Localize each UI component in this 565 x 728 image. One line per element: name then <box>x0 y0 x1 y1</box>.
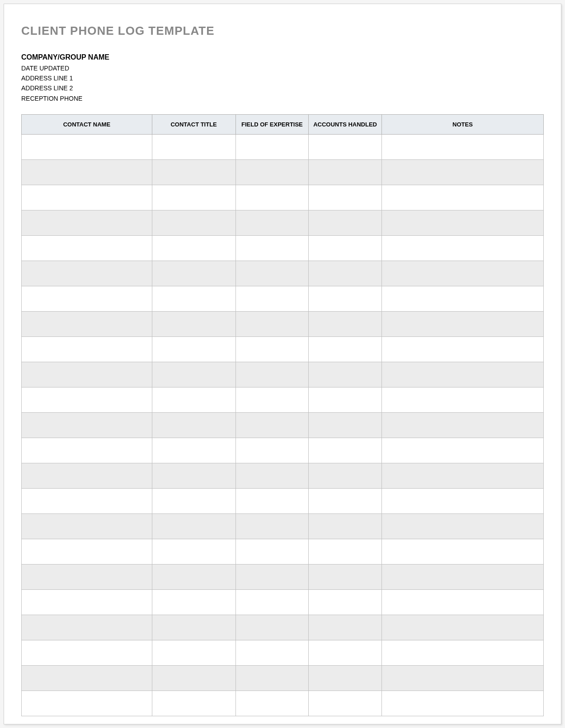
cell-notes[interactable] <box>381 590 543 615</box>
cell-contact-title[interactable] <box>152 261 235 286</box>
cell-notes[interactable] <box>381 539 543 565</box>
cell-accounts-handled[interactable] <box>309 666 382 691</box>
cell-accounts-handled[interactable] <box>309 337 382 362</box>
cell-field-of-expertise[interactable] <box>235 362 309 387</box>
cell-notes[interactable] <box>381 438 543 463</box>
cell-contact-title[interactable] <box>152 413 235 438</box>
cell-contact-name[interactable] <box>22 640 152 666</box>
cell-contact-name[interactable] <box>22 615 152 640</box>
cell-contact-title[interactable] <box>152 489 235 514</box>
cell-contact-name[interactable] <box>22 362 152 387</box>
cell-notes[interactable] <box>381 286 543 312</box>
cell-contact-name[interactable] <box>22 489 152 514</box>
cell-contact-name[interactable] <box>22 261 152 286</box>
cell-notes[interactable] <box>381 337 543 362</box>
cell-notes[interactable] <box>381 640 543 666</box>
cell-accounts-handled[interactable] <box>309 539 382 565</box>
cell-contact-name[interactable] <box>22 337 152 362</box>
cell-accounts-handled[interactable] <box>309 236 382 261</box>
cell-accounts-handled[interactable] <box>309 261 382 286</box>
cell-accounts-handled[interactable] <box>309 565 382 590</box>
cell-notes[interactable] <box>381 261 543 286</box>
cell-contact-name[interactable] <box>22 438 152 463</box>
cell-contact-title[interactable] <box>152 438 235 463</box>
cell-notes[interactable] <box>381 514 543 539</box>
cell-accounts-handled[interactable] <box>309 514 382 539</box>
cell-accounts-handled[interactable] <box>309 489 382 514</box>
cell-notes[interactable] <box>381 236 543 261</box>
cell-notes[interactable] <box>381 135 543 160</box>
cell-field-of-expertise[interactable] <box>235 135 309 160</box>
cell-contact-name[interactable] <box>22 286 152 312</box>
cell-contact-title[interactable] <box>152 590 235 615</box>
cell-field-of-expertise[interactable] <box>235 463 309 489</box>
cell-field-of-expertise[interactable] <box>235 539 309 565</box>
cell-contact-title[interactable] <box>152 463 235 489</box>
cell-contact-name[interactable] <box>22 565 152 590</box>
cell-field-of-expertise[interactable] <box>235 640 309 666</box>
cell-field-of-expertise[interactable] <box>235 691 309 716</box>
cell-field-of-expertise[interactable] <box>235 438 309 463</box>
cell-contact-title[interactable] <box>152 666 235 691</box>
cell-field-of-expertise[interactable] <box>235 666 309 691</box>
cell-contact-title[interactable] <box>152 160 235 185</box>
cell-contact-title[interactable] <box>152 539 235 565</box>
cell-contact-name[interactable] <box>22 463 152 489</box>
cell-notes[interactable] <box>381 312 543 337</box>
cell-notes[interactable] <box>381 463 543 489</box>
cell-accounts-handled[interactable] <box>309 590 382 615</box>
cell-contact-name[interactable] <box>22 312 152 337</box>
cell-contact-title[interactable] <box>152 565 235 590</box>
cell-accounts-handled[interactable] <box>309 615 382 640</box>
cell-notes[interactable] <box>381 615 543 640</box>
cell-contact-title[interactable] <box>152 514 235 539</box>
cell-notes[interactable] <box>381 387 543 413</box>
cell-accounts-handled[interactable] <box>309 691 382 716</box>
cell-field-of-expertise[interactable] <box>235 565 309 590</box>
cell-field-of-expertise[interactable] <box>235 590 309 615</box>
cell-contact-name[interactable] <box>22 691 152 716</box>
cell-contact-name[interactable] <box>22 514 152 539</box>
cell-field-of-expertise[interactable] <box>235 261 309 286</box>
cell-accounts-handled[interactable] <box>309 387 382 413</box>
cell-field-of-expertise[interactable] <box>235 286 309 312</box>
cell-accounts-handled[interactable] <box>309 640 382 666</box>
cell-notes[interactable] <box>381 185 543 210</box>
cell-contact-title[interactable] <box>152 640 235 666</box>
cell-contact-name[interactable] <box>22 590 152 615</box>
cell-accounts-handled[interactable] <box>309 438 382 463</box>
cell-contact-name[interactable] <box>22 539 152 565</box>
cell-contact-name[interactable] <box>22 185 152 210</box>
cell-contact-name[interactable] <box>22 413 152 438</box>
cell-field-of-expertise[interactable] <box>235 615 309 640</box>
cell-contact-name[interactable] <box>22 236 152 261</box>
cell-field-of-expertise[interactable] <box>235 413 309 438</box>
cell-contact-title[interactable] <box>152 691 235 716</box>
cell-field-of-expertise[interactable] <box>235 160 309 185</box>
cell-field-of-expertise[interactable] <box>235 387 309 413</box>
cell-contact-name[interactable] <box>22 135 152 160</box>
cell-contact-name[interactable] <box>22 160 152 185</box>
cell-contact-title[interactable] <box>152 135 235 160</box>
cell-contact-title[interactable] <box>152 387 235 413</box>
cell-field-of-expertise[interactable] <box>235 489 309 514</box>
cell-accounts-handled[interactable] <box>309 185 382 210</box>
cell-notes[interactable] <box>381 489 543 514</box>
cell-contact-title[interactable] <box>152 362 235 387</box>
cell-contact-title[interactable] <box>152 210 235 236</box>
cell-contact-title[interactable] <box>152 286 235 312</box>
cell-accounts-handled[interactable] <box>309 362 382 387</box>
cell-contact-title[interactable] <box>152 312 235 337</box>
cell-notes[interactable] <box>381 565 543 590</box>
cell-field-of-expertise[interactable] <box>235 185 309 210</box>
cell-accounts-handled[interactable] <box>309 463 382 489</box>
cell-contact-name[interactable] <box>22 666 152 691</box>
cell-notes[interactable] <box>381 691 543 716</box>
cell-field-of-expertise[interactable] <box>235 210 309 236</box>
cell-notes[interactable] <box>381 666 543 691</box>
cell-contact-title[interactable] <box>152 337 235 362</box>
cell-field-of-expertise[interactable] <box>235 236 309 261</box>
cell-accounts-handled[interactable] <box>309 210 382 236</box>
cell-accounts-handled[interactable] <box>309 312 382 337</box>
cell-contact-name[interactable] <box>22 210 152 236</box>
